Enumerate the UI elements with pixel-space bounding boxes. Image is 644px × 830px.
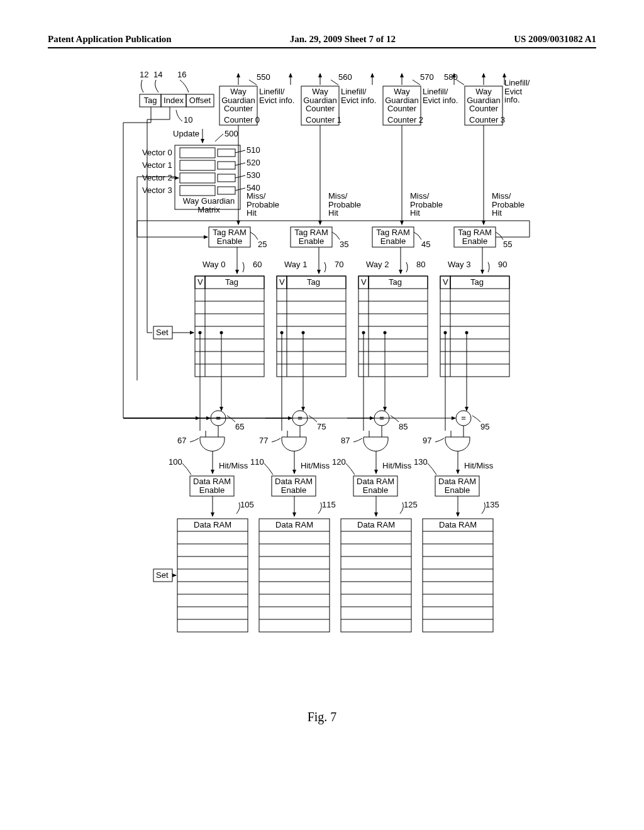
svg-point-94 [220, 331, 223, 335]
svg-text:510: 510 [247, 145, 260, 155]
tag-ram-enables: Tag RAMEnable Tag RAMEnable Tag RAMEnabl… [209, 227, 512, 249]
svg-text:97: 97 [423, 436, 431, 445]
svg-text:520: 520 [247, 158, 260, 167]
svg-text:Counter 2: Counter 2 [387, 115, 423, 124]
svg-text:V: V [279, 277, 285, 287]
svg-text:105: 105 [240, 500, 254, 509]
svg-text:65: 65 [235, 422, 244, 431]
svg-rect-23 [218, 187, 235, 194]
svg-text:Vector 1: Vector 1 [142, 160, 172, 170]
svg-rect-21 [218, 174, 235, 182]
svg-text:55: 55 [503, 240, 512, 249]
svg-text:Way 3: Way 3 [448, 260, 470, 269]
svg-rect-223 [341, 519, 411, 632]
svg-text:Data RAM: Data RAM [439, 520, 477, 529]
svg-text:550: 550 [257, 72, 270, 82]
svg-text:Vector 0: Vector 0 [142, 148, 172, 157]
svg-text:90: 90 [498, 260, 507, 269]
data-ram-arrays: Data RAM Data RAM Data RAM Data RAM [177, 519, 493, 632]
hdr-rule [48, 47, 596, 48]
svg-text:Way 2: Way 2 [366, 260, 389, 269]
svg-text:Update: Update [173, 129, 199, 138]
svg-point-122 [384, 331, 387, 335]
svg-text:530: 530 [247, 170, 260, 180]
svg-text:Data RAM: Data RAM [275, 520, 313, 529]
svg-text:Hit/Miss: Hit/Miss [219, 461, 248, 470]
svg-text:Way 0: Way 0 [203, 260, 225, 269]
svg-text:Vector 3: Vector 3 [142, 185, 172, 195]
svg-rect-19 [218, 162, 235, 169]
svg-text:Counter 3: Counter 3 [469, 115, 505, 124]
svg-text:Tag: Tag [470, 277, 484, 287]
svg-text:87: 87 [341, 436, 350, 445]
figure-caption: Fig. 7 [0, 710, 644, 724]
svg-text:67: 67 [177, 436, 186, 445]
svg-point-136 [465, 331, 469, 335]
svg-text:580: 580 [444, 72, 458, 82]
svg-text:Set: Set [156, 328, 169, 337]
svg-text:Vector 2: Vector 2 [142, 173, 172, 182]
svg-text:=: = [461, 413, 466, 423]
svg-text:Hit/Miss: Hit/Miss [464, 461, 494, 470]
svg-text:135: 135 [486, 500, 499, 509]
way-guardian-counters: WayGuardianCounter WayGuardianCounter Wa… [219, 72, 540, 125]
svg-text:Tag: Tag [144, 96, 157, 105]
svg-text:Index: Index [164, 96, 184, 105]
svg-text:Tag: Tag [389, 277, 402, 287]
svg-text:500: 500 [225, 129, 238, 138]
svg-text:Way 1: Way 1 [284, 260, 307, 269]
svg-text:V: V [361, 277, 367, 287]
svg-text:12: 12 [140, 70, 148, 79]
svg-text:Set: Set [156, 570, 169, 580]
svg-text:Counter 1: Counter 1 [306, 115, 341, 124]
svg-text:95: 95 [480, 422, 489, 431]
svg-text:75: 75 [317, 422, 326, 431]
svg-text:115: 115 [322, 500, 336, 509]
svg-text:Tag: Tag [307, 277, 320, 287]
hdr-right: US 2009/0031082 A1 [514, 34, 596, 45]
svg-text:Data RAM: Data RAM [357, 520, 395, 529]
svg-text:125: 125 [404, 500, 418, 509]
svg-text:120: 120 [332, 457, 346, 467]
svg-text:Counter 0: Counter 0 [224, 115, 260, 124]
svg-text:14: 14 [153, 70, 162, 79]
svg-point-121 [362, 331, 365, 335]
svg-text:70: 70 [335, 260, 343, 269]
svg-text:Tag: Tag [225, 277, 238, 287]
svg-text:130: 130 [414, 457, 428, 467]
svg-text:16: 16 [177, 70, 186, 79]
svg-text:Hit/Miss: Hit/Miss [382, 461, 412, 470]
svg-text:10: 10 [184, 115, 192, 124]
diagram-svg: Tag Index Offset 12 14 16 10 Update 500 … [102, 66, 542, 704]
svg-rect-203 [177, 519, 248, 632]
svg-rect-233 [423, 519, 493, 632]
svg-rect-22 [180, 185, 215, 196]
svg-point-107 [280, 331, 284, 335]
svg-text:540: 540 [247, 183, 260, 192]
figure-canvas: Tag Index Offset 12 14 16 10 Update 500 … [102, 66, 542, 707]
svg-text:35: 35 [340, 240, 348, 249]
svg-text:V: V [197, 277, 203, 287]
svg-rect-17 [218, 149, 235, 157]
svg-rect-18 [180, 160, 215, 170]
svg-point-93 [199, 331, 202, 335]
svg-text:110: 110 [250, 457, 264, 467]
svg-text:100: 100 [169, 457, 182, 467]
svg-text:Hit/Miss: Hit/Miss [301, 461, 330, 470]
svg-point-135 [444, 331, 447, 335]
svg-text:45: 45 [421, 240, 430, 249]
address-block: Tag Index Offset 12 14 16 10 [140, 70, 214, 124]
svg-text:V: V [443, 277, 448, 287]
svg-text:560: 560 [338, 72, 352, 82]
svg-point-108 [302, 331, 305, 335]
svg-text:60: 60 [253, 260, 262, 269]
svg-rect-20 [180, 173, 215, 183]
svg-text:77: 77 [259, 436, 268, 445]
svg-rect-213 [259, 519, 330, 632]
svg-text:Data RAM: Data RAM [194, 520, 231, 529]
svg-text:Offset: Offset [189, 96, 211, 105]
svg-text:570: 570 [420, 72, 434, 82]
hdr-left: Patent Application Publication [48, 34, 172, 45]
tag-ram-arrays: V Tag V Tag V Tag V Tag [195, 276, 509, 377]
svg-text:25: 25 [258, 240, 267, 249]
